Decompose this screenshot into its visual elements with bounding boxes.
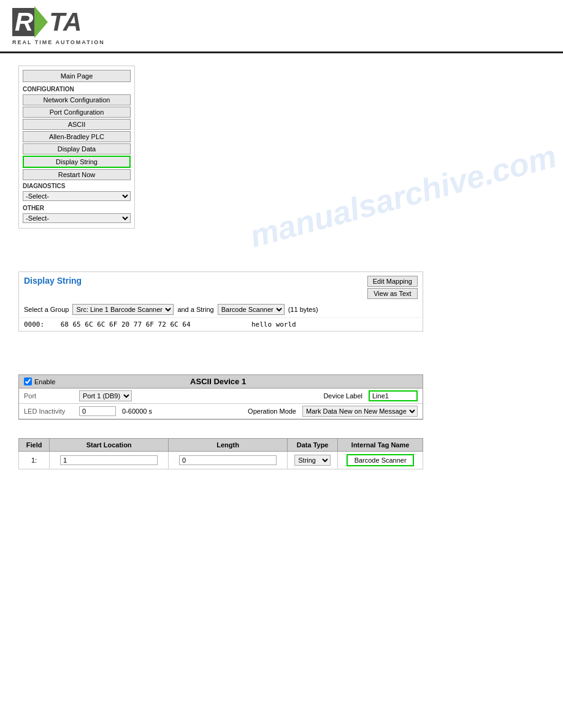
led-inactivity-value: 0 [79, 406, 116, 416]
gap-2 [18, 344, 545, 362]
operation-mode-select[interactable]: Mark Data New on New Message Mark Data N… [302, 406, 418, 417]
ascii-port-row: Port Port 1 (DB9) Port 2 Port 3 Device L… [19, 389, 423, 404]
col-length: Length [169, 439, 288, 452]
logo-r-letter: R [12, 8, 36, 36]
length-input[interactable] [179, 455, 277, 465]
nav-ascii[interactable]: ASCII [23, 119, 131, 130]
col-start: Start Location [50, 439, 169, 452]
ascii-led-row: LED Inactivity 0 0-60000 s Operation Mod… [19, 404, 423, 419]
nav-network-config[interactable]: Network Configuration [23, 94, 131, 105]
main-page-button[interactable]: Main Page [23, 70, 131, 82]
logo-ta-letters: TA [49, 9, 82, 35]
display-string-select-row: Select a Group Src: Line 1 Barcode Scann… [19, 301, 423, 317]
internal-tag-value: Barcode Scanner [347, 454, 414, 466]
ascii-device-panel: Enable ASCII Device 1 Port Port 1 (DB9) … [18, 374, 423, 420]
internal-tag-cell: Barcode Scanner [338, 452, 423, 469]
logo-arrow-icon [34, 6, 48, 38]
ascii-device-title: ASCII Device 1 [61, 377, 375, 386]
device-label-label: Device Label [323, 392, 362, 400]
data-text: hello world [251, 320, 296, 328]
display-string-header: Display String Edit Mapping View as Text [19, 272, 423, 301]
main-content: Main Page CONFIGURATION Network Configur… [0, 53, 563, 482]
table-row: 1: String Int8 Int16 Int32 Float [19, 452, 423, 469]
data-offset: 0000: [24, 320, 44, 328]
diagnostics-label: DIAGNOSTICS [23, 183, 131, 189]
and-string-label: and a String [177, 306, 213, 313]
group-select[interactable]: Src: Line 1 Barcode Scanner [72, 304, 174, 315]
length-cell [169, 452, 288, 469]
view-as-text-button[interactable]: View as Text [367, 288, 418, 299]
gap-1 [18, 241, 545, 259]
config-label: CONFIGURATION [23, 86, 131, 93]
fields-table: Field Start Location Length Data Type In… [18, 438, 423, 469]
other-select[interactable]: -Select- [23, 213, 131, 223]
device-label-value: Line1 [369, 390, 418, 401]
display-string-panel: Display String Edit Mapping View as Text… [18, 271, 423, 332]
nav-display-data[interactable]: Display Data [23, 143, 131, 154]
edit-mapping-button[interactable]: Edit Mapping [367, 276, 418, 287]
enable-checkbox[interactable] [24, 377, 32, 385]
col-data-type: Data Type [287, 439, 337, 452]
logo-subtitle: REAL TIME AUTOMATION [12, 39, 105, 45]
bytes-label: (11 bytes) [288, 306, 318, 313]
other-label: OTHER [23, 205, 131, 211]
field-num: 1: [19, 452, 50, 469]
port-label: Port [24, 392, 73, 400]
operation-mode-label: Operation Mode [248, 408, 296, 415]
header: R TA REAL TIME AUTOMATION [0, 0, 563, 53]
display-string-data: 0000: 68 65 6C 6C 6F 20 77 6F 72 6C 64 h… [19, 317, 423, 331]
col-field: Field [19, 439, 50, 452]
enable-checkbox-container: Enable [24, 377, 55, 385]
led-inactivity-label: LED Inactivity [24, 408, 73, 415]
nav-display-string[interactable]: Display String [23, 156, 131, 168]
fields-table-header: Field Start Location Length Data Type In… [19, 439, 423, 452]
string-select[interactable]: Barcode Scanner [218, 304, 285, 315]
col-internal-tag: Internal Tag Name [338, 439, 423, 452]
display-string-title: Display String [24, 276, 82, 286]
data-type-select[interactable]: String Int8 Int16 Int32 Float [294, 455, 331, 466]
ascii-header-row: Enable ASCII Device 1 [19, 375, 423, 389]
logo: R TA REAL TIME AUTOMATION [12, 6, 105, 45]
nav-allen-bradley[interactable]: Allen-Bradley PLC [23, 131, 131, 142]
select-group-label: Select a Group [24, 306, 69, 313]
data-hex: 68 65 6C 6C 6F 20 77 6F 72 6C 64 [61, 320, 191, 328]
nav-restart-now[interactable]: Restart Now [23, 169, 131, 180]
start-location-input[interactable] [60, 455, 158, 465]
led-inactivity-range: 0-60000 s [122, 408, 152, 415]
port-select[interactable]: Port 1 (DB9) Port 2 Port 3 [79, 390, 132, 401]
start-location-cell [50, 452, 169, 469]
data-type-cell: String Int8 Int16 Int32 Float [287, 452, 337, 469]
nav-port-config[interactable]: Port Configuration [23, 107, 131, 118]
logo-box: R TA [12, 6, 82, 38]
nav-panel: Main Page CONFIGURATION Network Configur… [18, 66, 135, 229]
display-string-buttons: Edit Mapping View as Text [367, 276, 418, 299]
diagnostics-select[interactable]: -Select- [23, 191, 131, 201]
enable-label: Enable [34, 378, 55, 385]
